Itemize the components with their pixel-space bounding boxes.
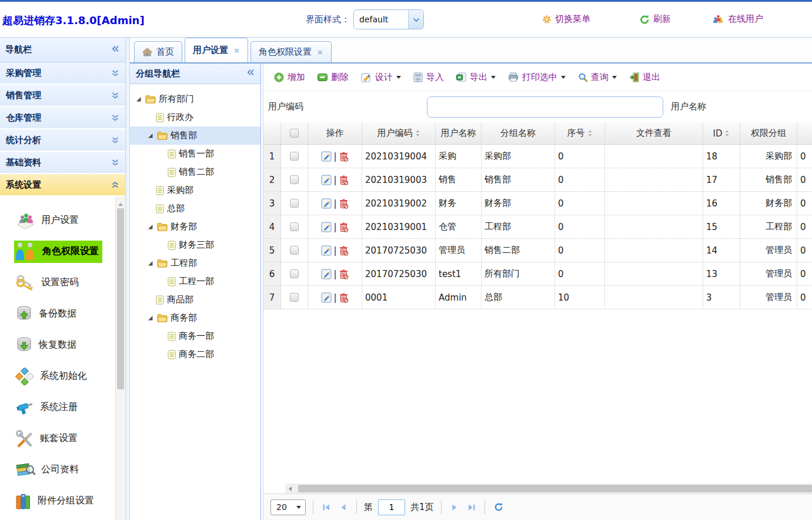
header-action-2[interactable]: 在线用户 xyxy=(713,14,763,25)
tree-node-11[interactable]: 商品部 xyxy=(130,291,260,309)
sidebar-accordion-item-2[interactable]: 仓库管理 xyxy=(0,107,125,129)
tree-node-10[interactable]: 工程一部 xyxy=(130,272,260,291)
table-row-2[interactable]: 3|20210319002财务财务部016财务部0 xyxy=(263,192,812,215)
tree-node-13[interactable]: 商务一部 xyxy=(130,327,260,345)
tab-1[interactable]: 用户设置× xyxy=(185,38,248,62)
sidebar-accordion-item-5[interactable]: 系统设置 xyxy=(0,174,125,196)
sidebar-item-3[interactable]: 备份数据 xyxy=(0,298,125,329)
tree-node-6[interactable]: 总部 xyxy=(130,199,260,218)
sidebar-item-8[interactable]: 公司资料 xyxy=(0,454,125,485)
sidebar-accordion-item-3[interactable]: 统计分析 xyxy=(0,129,125,152)
ui-style-select[interactable]: default xyxy=(353,9,424,29)
toolbar-button-4[interactable]: 导出 xyxy=(456,72,496,83)
tree-node-12[interactable]: 商务部 xyxy=(130,309,260,327)
pager-first-button[interactable] xyxy=(320,504,332,511)
edit-icon[interactable] xyxy=(321,269,332,279)
table-row-4[interactable]: 5|20170725030管理员销售二部014管理员0 xyxy=(263,239,812,262)
tree-node-8[interactable]: 财务三部 xyxy=(130,236,260,254)
trash-icon[interactable] xyxy=(339,175,349,185)
page-size-select[interactable]: 20 xyxy=(270,499,306,515)
column-header-perm[interactable]: 权限分组 xyxy=(740,122,797,144)
user-code-input[interactable] xyxy=(427,96,663,118)
tree-expand-icon[interactable] xyxy=(146,132,154,139)
tree-node-4[interactable]: 销售二部 xyxy=(130,163,260,181)
tree-node-9[interactable]: 工程部 xyxy=(130,254,260,272)
edit-icon[interactable] xyxy=(321,222,332,232)
tree-node-3[interactable]: 销售一部 xyxy=(130,145,260,163)
row-checkbox[interactable] xyxy=(290,199,299,208)
group-nav-collapse-icon[interactable] xyxy=(246,68,255,79)
select-all-checkbox[interactable] xyxy=(290,129,299,138)
pager-refresh-button[interactable] xyxy=(492,502,505,512)
table-row-5[interactable]: 6|20170725030test1所有部门013管理员0 xyxy=(263,262,812,286)
select-arrow-button[interactable] xyxy=(408,10,423,29)
sidebar-accordion-item-1[interactable]: 销售管理 xyxy=(0,85,125,107)
header-action-0[interactable]: 切换菜单 xyxy=(542,14,590,25)
tree-node-2[interactable]: 销售部 xyxy=(130,126,260,145)
toolbar-button-1[interactable]: 删除 xyxy=(318,72,349,83)
sidebar-splitter[interactable] xyxy=(125,38,130,520)
sidebar-item-1[interactable]: 角色权限设置 xyxy=(0,236,125,267)
trash-icon[interactable] xyxy=(339,198,349,209)
sidebar-item-9[interactable]: 附件分组设置 xyxy=(0,485,125,516)
toolbar-button-2[interactable]: 设计 xyxy=(361,72,401,83)
scroll-up-icon[interactable] xyxy=(118,198,123,209)
header-action-1[interactable]: 刷新 xyxy=(640,14,671,25)
edit-icon[interactable] xyxy=(321,175,332,185)
tab-0[interactable]: 首页 xyxy=(134,41,182,62)
tree-node-5[interactable]: 采购部 xyxy=(130,181,260,199)
tab-close-icon[interactable]: × xyxy=(233,46,240,55)
pager-next-button[interactable] xyxy=(449,504,460,511)
tab-close-icon[interactable]: × xyxy=(317,48,323,56)
sidebar-item-4[interactable]: 恢复数据 xyxy=(0,329,125,361)
pager-prev-button[interactable] xyxy=(338,504,349,511)
row-checkbox[interactable] xyxy=(290,269,299,278)
column-header-rownum[interactable] xyxy=(263,122,281,144)
hscroll-thumb[interactable] xyxy=(298,485,812,492)
toolbar-button-0[interactable]: 增加 xyxy=(274,72,305,83)
tree-node-0[interactable]: 所有部门 xyxy=(130,90,260,108)
trash-icon[interactable] xyxy=(339,292,349,303)
column-header-name[interactable]: 用户名称 xyxy=(436,122,482,144)
sidebar-item-5[interactable]: 系统初始化 xyxy=(0,361,125,392)
page-number-input[interactable] xyxy=(378,499,405,515)
trash-icon[interactable] xyxy=(339,222,349,232)
horizontal-scrollbar[interactable] xyxy=(285,484,812,494)
toolbar-button-5[interactable]: 打印选中 xyxy=(508,72,566,83)
table-row-6[interactable]: 7|0001Admin总部103管理员0 xyxy=(263,286,812,309)
sidebar-item-0[interactable]: 用户设置 xyxy=(0,205,125,236)
toolbar-button-3[interactable]: 导入 xyxy=(413,72,444,83)
tree-expand-icon[interactable] xyxy=(146,315,154,321)
trash-icon[interactable] xyxy=(339,269,349,279)
table-row-0[interactable]: 1|20210319004采购采购部018采购部0 xyxy=(263,145,812,168)
tree-expand-icon[interactable] xyxy=(146,224,154,230)
tree-node-1[interactable]: 行政办 xyxy=(130,108,260,126)
edit-icon[interactable] xyxy=(321,151,332,162)
column-header-ops[interactable]: 操作 xyxy=(308,122,362,144)
row-checkbox[interactable] xyxy=(290,293,299,302)
edit-icon[interactable] xyxy=(321,292,332,303)
sidebar-item-6[interactable]: 系统注册 xyxy=(0,392,125,423)
row-checkbox[interactable] xyxy=(290,152,299,161)
scrollbar-thumb[interactable] xyxy=(117,208,124,389)
sidebar-accordion-item-4[interactable]: 基础资料 xyxy=(0,152,125,174)
table-row-1[interactable]: 2|20210319003销售销售部017销售部0 xyxy=(263,168,812,192)
sidebar-accordion-item-0[interactable]: 采购管理 xyxy=(0,62,125,85)
toolbar-button-6[interactable]: 查询 xyxy=(578,72,617,83)
column-header-extra[interactable] xyxy=(797,122,812,144)
tree-expand-icon[interactable] xyxy=(135,96,142,102)
column-header-group[interactable]: 分组名称 xyxy=(482,122,555,144)
column-header-id[interactable]: ID xyxy=(703,122,740,144)
tree-node-7[interactable]: 财务部 xyxy=(130,218,260,236)
tree-expand-icon[interactable] xyxy=(146,260,154,266)
table-row-3[interactable]: 4|20210319001仓管工程部015工程部0 xyxy=(263,215,812,239)
scroll-left-icon[interactable] xyxy=(285,486,295,492)
row-checkbox[interactable] xyxy=(290,246,299,255)
trash-icon[interactable] xyxy=(339,151,349,162)
column-header-file[interactable]: 文件查看 xyxy=(605,122,703,144)
column-header-code[interactable]: 用户编码 xyxy=(362,122,436,144)
row-checkbox[interactable] xyxy=(290,175,299,184)
trash-icon[interactable] xyxy=(339,245,349,256)
tab-2[interactable]: 角色权限设置× xyxy=(250,41,332,62)
tree-node-14[interactable]: 商务二部 xyxy=(130,345,260,364)
